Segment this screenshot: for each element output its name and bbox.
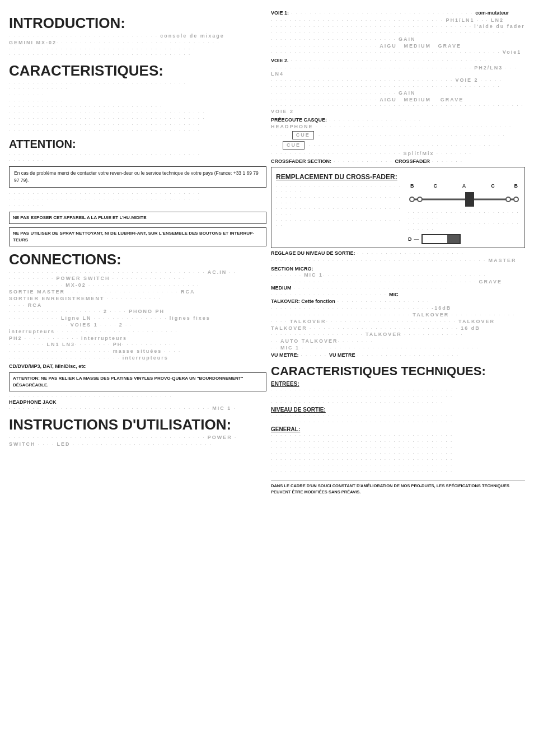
ph2-label: PH2 <box>9 335 22 341</box>
console-label: console de mixage <box>160 33 224 39</box>
contact-text: En cas de problème merci de contacter vo… <box>14 170 259 183</box>
conn-dots-rca2: · · · · RCA <box>9 302 266 309</box>
voie1-eq-label: Voie1 <box>503 49 521 55</box>
tech-dots-7: · · · · · · · · · · · · · · · · · · · · … <box>271 439 525 445</box>
conn-dots-ac: · · · · · · · · · · · · · · · · · · · · … <box>9 269 266 276</box>
conn-dots-master: SORTIE MASTER · · · · · · · · · · · · · … <box>9 289 266 295</box>
headphone-dots: HEADPHONE · · · · · · · · · · · · · · · … <box>271 124 525 130</box>
splitMix-label: Split/Mix <box>403 151 434 156</box>
conn-dots-enreg: SORTIER ENREGISTREMENT · · · · · · · · ·… <box>9 296 266 302</box>
cf-track-line <box>411 199 517 200</box>
attention-dots-1: · · · · · · · · · · · · · · · · · · · · … <box>9 152 266 157</box>
switch-label: SWITCH <box>9 441 36 447</box>
connections-section: CONNECTIONS: · · · · · · · · · · · · · ·… <box>9 251 266 412</box>
com-label: com-mutateur <box>475 10 509 16</box>
interrupteurs-label: interrupteurs <box>9 329 55 334</box>
crossfader-dots-2: · · · · · · · <box>432 159 463 165</box>
talkover-fn-label: TALKOVER: Cette fonction <box>271 298 335 304</box>
reglage-dots: · · · · · · · · · · · · · · · · · · · · … <box>358 251 464 256</box>
voies-label: VOIES 1 <box>71 322 98 328</box>
tech-dots-11: · · · · · · · · · · · · · · · · · · · · … <box>271 463 525 468</box>
grave-micro-label: GRAVE <box>479 279 502 284</box>
voie2-eq-voie-label: VOIE 2 <box>271 109 294 114</box>
talkover4-label: TALKOVER <box>271 325 307 331</box>
tech-dots-12: · · · · · · · · · · · · · · · · · · · · … <box>271 469 525 474</box>
instructions-section: INSTRUCTIONS D'UTILISATION: · · · · · · … <box>9 416 266 447</box>
cf-label-a: A <box>462 183 466 189</box>
cue-box-2: CUE <box>283 141 305 150</box>
rca1-label: RCA <box>181 289 195 295</box>
voie1-label: · · · · · · · · · · · · · · · · · · · · … <box>271 49 525 55</box>
auto-talkover-label: AUTO TALKOVER <box>280 338 338 344</box>
master-label: MASTER <box>488 258 516 263</box>
cf-diagram-dots-1: · · · · · · · · · · · · · · · · · · · · … <box>408 210 520 221</box>
grave1-label: GRAVE <box>438 43 461 49</box>
splitMix-row: · · · · · · · · · · · · · · · · · · · · … <box>271 151 525 157</box>
footer-section: DANS LE CADRE D'UN SOUCI CONSTANT D'AMÉL… <box>271 480 525 496</box>
auto-talkover-row: · · AUTO TALKOVER· · · · · · · · <box>271 338 525 344</box>
carac-dots-7: · · · · · · · · · · · · · · · · · · · · … <box>9 116 266 122</box>
grave2-label: GRAVE <box>441 97 463 102</box>
tech-dots-6: · · · · · · · · · · · · · · · · · · · · … <box>271 433 525 438</box>
cf-track <box>408 191 520 208</box>
cue-box-1: CUE <box>292 131 314 139</box>
page: INTRODUCTION: · · · · · · · · · · · · · … <box>0 0 534 756</box>
voie1-dots-eq: · · · · · · · · · · · · · · · · · · · · … <box>271 43 525 49</box>
cdvd-warning-text: ATTENTION: NE PAS RELIER LA MASSE DES PL… <box>13 376 243 388</box>
carac-dots-9: · · · · · · · · · · · · · · · · · · · · … <box>9 128 266 134</box>
entrees-label: ENTREES: <box>271 381 525 387</box>
talkover-db-row: · · · · · · · · · · · · · · · · · · · · … <box>271 305 525 311</box>
voie1-section: VOIE 1: · · · · · · · · · · · · · · · · … <box>271 10 525 55</box>
cf-label-b1: B <box>410 183 414 189</box>
voie2-label-row: · · · · · · · · · · · · · · · · · · · · … <box>271 77 525 83</box>
reglage-title: REGLAGE DU NIVEAU DE SORTIE: <box>271 250 355 256</box>
instr-dots-1: · · · · · · · · · · · · · · · · · · · · … <box>9 435 266 441</box>
intro-gemini: GEMINI MX-02· · · · · · · · · · · · · · … <box>9 40 266 46</box>
sortier-enreg-label: SORTIER ENREGISTREMENT <box>9 296 105 301</box>
cf-top-labels: B C A C B <box>408 183 520 189</box>
mic-label: MIC <box>389 292 399 297</box>
cue-row-1: · · · · CUE · · · · · · · · · · · · · · … <box>271 130 525 140</box>
rempl-dots-3: · · · · · · · · · · · · · · · · · · · · … <box>276 206 404 217</box>
voie2-eq-row: · · · · · · · · · · · · · · · · · · · · … <box>271 97 525 103</box>
vu-dots-2: · · · · · · · · · · · · · · · · · · · · … <box>357 353 459 358</box>
gain1-label: GAIN <box>399 36 416 42</box>
conn-dots-mx: · · · · · · · · · · · · MX-02 · · · · · … <box>9 282 266 288</box>
intro-dots-3: · · · · · · · · · · · · · · · · · · · · … <box>9 52 266 58</box>
tech-section: CARACTERISTIQUES TECHNIQUES: ENTREES: · … <box>271 364 525 474</box>
crossfader-title: CROSSFADER SECTION: <box>271 158 331 164</box>
ph-label: PH <box>113 342 123 347</box>
gain2-label: GAIN <box>399 90 416 96</box>
ac-in-label: AC.IN <box>208 269 227 275</box>
ph1ln1-label: PH1/LN1 <box>446 17 474 23</box>
medium2-label: MEDIUM <box>404 97 431 102</box>
mic1-auto-row: · · MIC 1 · · · · · · · · · · · · · · · … <box>271 345 525 351</box>
attention-dots-3: · · · · · · · · · · · · · · · · · · · · … <box>9 191 266 197</box>
cf-label-c2: C <box>491 183 495 189</box>
tech-dots-9: · · · · · · · · · · · · · · · · · · · · … <box>271 451 525 456</box>
headphone-label: HEADPHONE <box>271 124 313 129</box>
mic1-label: MIC 1 <box>304 272 323 278</box>
remplacement-title-text: REMPLACEMENT DU CROSS-FADER: <box>276 173 397 181</box>
carac-dots-3: · · · · · · · · <box>9 92 266 98</box>
reglage-dots-2: · · · · · · · · · · · · · · · · · · · · … <box>271 258 525 264</box>
remplacement-title: REMPLACEMENT DU CROSS-FADER: <box>276 173 520 181</box>
ln4-label: LN4 <box>271 71 284 77</box>
conn-dots-headphone-pre: · · · · · · · · · · · · · · · · · · · · … <box>9 394 266 399</box>
ph2ln3-label: PH2/LN3 <box>474 65 503 71</box>
sortie-master-label: SORTIE MASTER <box>9 289 65 295</box>
caracteristiques-title: CARACTERISTIQUES: <box>9 62 266 80</box>
conn-dots-ln1: · · · · · · · · LN1 LN3· · · · · · · · P… <box>9 342 266 348</box>
conn-dots-phono: · · · · · · · · · · · · · · · · · · · · … <box>9 309 266 315</box>
voie2-gain-row: · · · · · · · · · · · · · · · · · · · · … <box>271 90 525 96</box>
conn-dots-voies: · · · · · · · · · · · · · VOIES 1 · · · … <box>9 322 266 328</box>
mic1-conn-label: MIC 1 <box>212 405 231 411</box>
warning-spray-text: NE PAS UTILISER DE SPRAY NETTOYANT, NI D… <box>13 231 254 242</box>
tech-dots-2: · · · · · · · · · · · · · · · · · · · · … <box>271 394 525 399</box>
cf-circle-left-1 <box>409 197 415 202</box>
talkover2-label: TALKOVER <box>290 319 326 324</box>
conn-dots-interr2: · · · · · · · · · · · · · · · · · · · · … <box>9 355 266 361</box>
footer-text: DANS LE CADRE D'UN SOUCI CONSTANT D'AMÉL… <box>271 483 525 496</box>
attention-dots-5: · · · · · · · · <box>9 203 266 208</box>
power-instr-label: POWER <box>208 435 232 440</box>
